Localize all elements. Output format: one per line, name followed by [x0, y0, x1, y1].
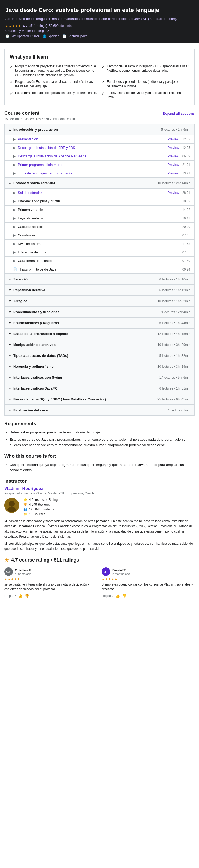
who-list: Cualquier persona que ya sepa programar …: [4, 462, 195, 473]
section-header[interactable]: ∧ Introducción y preparación 5 lectures …: [4, 124, 195, 135]
course-section: ∨ Interfaces gráficas con Swing 17 lectu…: [4, 372, 195, 383]
requirement-item: Debes saber programar previamente en cua…: [9, 430, 195, 435]
section-name: Bases de datos SQL y JDBC (Java DataBase…: [13, 397, 106, 401]
preview-link[interactable]: Preview: [168, 163, 179, 167]
preview-link[interactable]: Preview: [168, 154, 179, 158]
sections-list: ∧ Introducción y preparación 5 lectures …: [4, 124, 195, 415]
section-header[interactable]: ∨ Interfaces gráficas con Swing 17 lectu…: [4, 372, 195, 382]
section-header[interactable]: ∨ Herencia y polimorfismo 10 lectures • …: [4, 361, 195, 372]
globe-icon: 🌐: [42, 34, 46, 38]
preview-link[interactable]: Preview: [168, 137, 179, 141]
preview-link[interactable]: Preview: [168, 146, 179, 150]
section-header[interactable]: ∨ Selección 6 lectures • 1hr 10min: [4, 274, 195, 284]
lecture-row: ▶ Caracteres de escape 07:49: [4, 256, 195, 265]
lecture-title: Constantes: [18, 233, 35, 237]
document-icon: 📄: [13, 267, 17, 271]
rating-text: 4.5 Instructor Rating: [29, 498, 58, 502]
course-content-section: Course content Expand all sections 15 se…: [0, 111, 199, 415]
course-section: ∨ Procedimientos y funciones 9 lectures …: [4, 307, 195, 317]
learn-item-text: Programación de proyectos: Desarrollarás…: [15, 64, 97, 78]
section-info: 10 lectures • 2hr 14min: [158, 181, 190, 185]
review-menu[interactable]: ⋯: [190, 569, 195, 575]
section-header[interactable]: ∨ Arreglos 10 lectures • 1hr 52min: [4, 296, 195, 306]
review-menu[interactable]: ⋯: [93, 569, 97, 575]
section-header[interactable]: ∨ Interfaces gráficas JavaFX 6 lectures …: [4, 383, 195, 394]
created-by-label: Created by: [5, 29, 21, 33]
lecture-row: ▶ Salida estándar Preview 28:01: [4, 188, 195, 197]
section-header[interactable]: ∨ Bases de datos SQL y JDBC (Java DataBa…: [4, 394, 195, 404]
section-header[interactable]: ∨ Tipos abstractos de datos (TADs) 5 lec…: [4, 350, 195, 361]
section-chevron: ∨: [9, 376, 11, 379]
thumbs-down-icon[interactable]: 👎: [122, 594, 127, 598]
captions-text: Spanish [Auto]: [68, 34, 88, 38]
section-header[interactable]: ∨ Finalización del curso 1 lecture • 1mi…: [4, 405, 195, 415]
ratings-title: 4.7 course rating • 511 ratings: [11, 557, 79, 563]
section-header[interactable]: ∨ Manipulación de archivos 10 lectures •…: [4, 339, 195, 350]
expand-all-button[interactable]: Expand all sections: [163, 112, 195, 116]
lecture-duration: 07:05: [182, 234, 190, 237]
section-info: 25 lectures • 6hr 45min: [158, 398, 190, 401]
video-icon: ▶: [13, 225, 16, 229]
cc-icon: 📄: [63, 34, 67, 38]
lecture-row: ▶ Diferenciando print y println 10:33: [4, 197, 195, 205]
avatar-photo: [4, 498, 19, 513]
section-header[interactable]: ∨ Procedimientos y funciones 9 lectures …: [4, 307, 195, 317]
section-chevron: ∨: [9, 343, 11, 347]
lecture-duration: 17:58: [182, 242, 190, 246]
section-info: 12 lectures • 4hr 15min: [158, 332, 190, 336]
section-header[interactable]: ∨ Enumeraciones y Registros 6 lectures •…: [4, 318, 195, 328]
helpful-row: Helpful? 👍 👎: [102, 594, 195, 598]
course-section: ∨ Repetición iterativa 6 lectures • 1hr …: [4, 285, 195, 296]
review-stars: ★★★★★: [102, 577, 195, 581]
check-icon: ✓: [102, 91, 105, 100]
instructor-stats: ⭐ 4.5 Instructor Rating 🏆 4,940 Reviews …: [24, 498, 58, 516]
reviewer-avatar: DT: [102, 567, 110, 576]
video-icon: ▶: [13, 250, 16, 254]
section-info: 10 lectures • 1hr 52min: [158, 299, 190, 303]
helpful-label: Helpful?: [102, 594, 113, 598]
video-icon: ▶: [13, 199, 16, 203]
stat-rating: ⭐ 4.5 Instructor Rating: [24, 498, 58, 502]
reviewer-time: a month ago: [15, 572, 31, 576]
thumbs-up-icon[interactable]: 👍: [115, 594, 120, 598]
lecture-row: ▶ Descarga e instalación de Apache NetBe…: [4, 152, 195, 160]
video-icon: ▶: [13, 259, 16, 263]
section-info: 6 lectures • 1hr 12min: [159, 288, 190, 292]
course-section: ∧ Introducción y preparación 5 lectures …: [4, 124, 195, 178]
instructor-link[interactable]: Vladimir Rodríguez: [22, 29, 49, 33]
thumbs-up-icon[interactable]: 👍: [18, 594, 23, 598]
course-title: Java desde Cero: vuélvete profesional en…: [5, 6, 194, 14]
student-count: 50,692 students: [49, 24, 71, 28]
learn-item-text: Funciones y procedimientos (métodos) y p…: [107, 80, 189, 89]
section-header[interactable]: ∨ Repetición iterativa 6 lectures • 1hr …: [4, 285, 195, 295]
video-icon: ▶: [13, 233, 16, 237]
section-header[interactable]: ∧ Entrada y salida estándar 10 lectures …: [4, 178, 195, 188]
svg-point-1: [9, 501, 14, 507]
course-section: ∨ Selección 6 lectures • 1hr 10min: [4, 274, 195, 285]
section-name: Tipos abstractos de datos (TADs): [13, 353, 68, 358]
learn-item: ✓Funciones y procedimientos (métodos) y …: [102, 80, 189, 89]
preview-link[interactable]: Preview: [168, 172, 179, 175]
course-section: ∨ Manipulación de archivos 10 lectures •…: [4, 339, 195, 350]
lecture-duration: 10:33: [182, 199, 190, 203]
lecture-row: ▶ Primer programa: Hola mundo Preview 21…: [4, 160, 195, 169]
instructor-name[interactable]: Vladimir Rodríguez: [4, 486, 195, 491]
preview-link[interactable]: Preview: [168, 191, 179, 195]
who-section: Who this course is for: Cualquier person…: [0, 454, 199, 473]
language-text: Spanish: [47, 34, 59, 38]
lecture-title: Inferencia de tipos: [18, 250, 46, 254]
section-chevron: ∨: [9, 386, 11, 390]
lecture-duration: 07:49: [182, 259, 190, 263]
lecture-row: ▶ Constantes 07:05: [4, 231, 195, 239]
section-name: Bases de la orientación a objetos: [13, 332, 68, 336]
lecture-duration: 28:01: [182, 191, 190, 195]
lecture-row: ▶ Tipos de lenguajes de programación Pre…: [4, 169, 195, 177]
section-header[interactable]: ∨ Bases de la orientación a objetos 12 l…: [4, 329, 195, 339]
section-info: 17 lectures • 5hr 6min: [159, 376, 190, 379]
video-icon: ▶: [13, 216, 16, 220]
lecture-title: Leyendo enteros: [18, 216, 44, 220]
thumbs-down-icon[interactable]: 👎: [25, 594, 29, 598]
who-item: Cualquier persona que ya sepa programar …: [9, 462, 195, 473]
ratings-section: ★ 4.7 course rating • 511 ratings CF Cri…: [0, 557, 199, 598]
lecture-title: Descarga e instalación de JRE y JDK: [18, 146, 75, 150]
